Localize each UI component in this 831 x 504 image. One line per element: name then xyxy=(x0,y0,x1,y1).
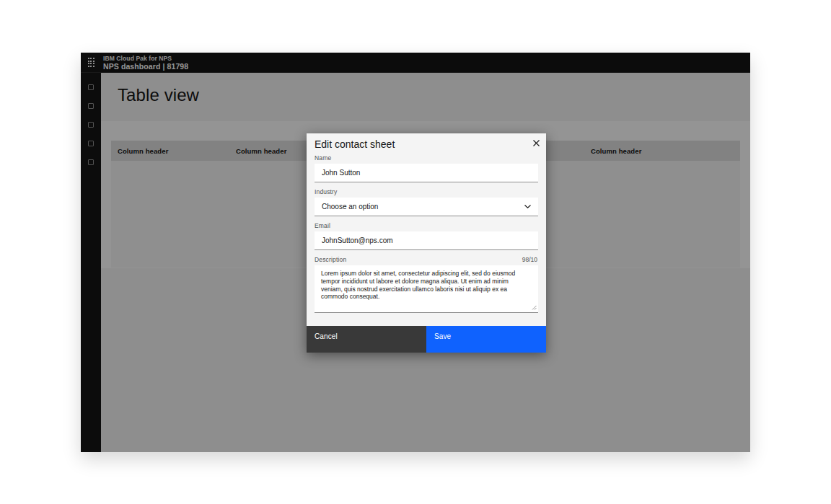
cancel-button[interactable]: Cancel xyxy=(307,326,426,353)
app-window: IBM Cloud Pak for NPS NPS dashboard | 81… xyxy=(81,53,750,452)
industry-dropdown-value: Choose an option xyxy=(322,203,378,211)
industry-label: Industry xyxy=(315,188,338,195)
description-field-wrap: Lorem ipsum dolor sit amet, consectetur … xyxy=(315,265,538,313)
name-label: Name xyxy=(315,154,331,162)
save-button[interactable]: Save xyxy=(426,326,546,353)
character-counter: 98/10 xyxy=(522,256,537,263)
edit-contact-sheet-modal: Edit contact sheet Name Industry Choose … xyxy=(307,133,546,353)
industry-dropdown[interactable]: Choose an option xyxy=(315,198,538,216)
email-label: Email xyxy=(315,222,330,229)
description-label: Description xyxy=(315,256,346,263)
modal-footer: Cancel Save xyxy=(307,326,546,353)
close-x-icon xyxy=(533,140,540,146)
close-button[interactable] xyxy=(530,137,542,149)
chevron-down-icon xyxy=(524,205,531,208)
modal-title: Edit contact sheet xyxy=(315,138,395,150)
email-input[interactable] xyxy=(315,231,538,250)
name-input[interactable] xyxy=(315,164,538,182)
description-textarea[interactable]: Lorem ipsum dolor sit amet, consectetur … xyxy=(315,265,538,313)
